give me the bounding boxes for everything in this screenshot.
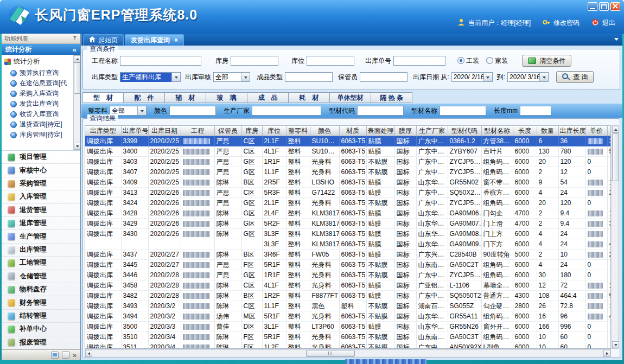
panel-icon[interactable] — [62, 352, 69, 359]
table-row[interactable]: 调拨出库34092020/2/25陈琳B区2R5F整料LI35HO6063-T5… — [85, 177, 611, 188]
table-row[interactable]: 调拨出库34822020/2/28陈琳B区1R2F整料F8877FT6063-T… — [85, 291, 611, 301]
column-header[interactable]: 出库类型 — [85, 126, 121, 136]
material-tab[interactable]: 型 材 — [82, 92, 124, 103]
column-header[interactable]: 工程 — [181, 126, 214, 136]
table-row[interactable]: 调拨出库34032020/2/25严思G区1R1F整料光身料6063-T5不贴膜… — [85, 157, 611, 167]
color-input[interactable] — [169, 106, 216, 116]
sidebar-menu-item[interactable]: 报废管理 — [2, 336, 80, 349]
vertical-scrollbar[interactable] — [612, 125, 619, 349]
sidebar-menu-item[interactable]: 项目管理 — [2, 151, 80, 164]
profile-code-input[interactable] — [357, 106, 404, 116]
table-row[interactable]: 调拨出库34582020/2/28陈琳C区4L1F整料光身料6063-T5贴膜国… — [85, 280, 611, 291]
tree-item[interactable]: 采购入库查询 — [10, 88, 80, 99]
material-tab[interactable]: 成 品 — [247, 92, 289, 103]
scroll-left-icon[interactable] — [85, 350, 92, 357]
column-header[interactable]: 金 — [607, 126, 611, 136]
table-row[interactable]: 调拨出库34292020/2/26陈琳G区5R2F整料KLM38176063-T… — [85, 219, 611, 229]
horizontal-scrollbar[interactable] — [85, 349, 611, 356]
material-tab[interactable]: 玻 璃 — [206, 92, 247, 103]
table-row[interactable]: 调拨出库35112020/3/4陈琳F区1L2F整料光身料6063-T5不贴膜国… — [85, 342, 611, 349]
manufacturer-input[interactable] — [252, 106, 321, 116]
table-row[interactable]: 调拨出库34132020/2/26严思C区5R3F整料G714226063-T5… — [85, 188, 611, 198]
sidebar-menu-item[interactable]: 生产管理 — [2, 230, 80, 243]
sidebar-menu-item[interactable]: 入库管理 — [2, 190, 80, 203]
tab-list-dropdown-icon[interactable] — [614, 38, 619, 43]
column-header[interactable]: 出库日期 — [148, 126, 181, 136]
date-from-picker[interactable]: 2020/ 2/16 — [451, 72, 493, 82]
table-row[interactable]: 调拨出库33992020/2/25严思C区2L1F整料SU10…6063-T5贴… — [85, 136, 611, 146]
table-row[interactable]: 调拨出库34372020/2/27陈琳B区3R6F整料FW056063-T5贴膜… — [85, 250, 611, 260]
table-row[interactable]: 调拨出库34462020/2/28严思G区1R1F整料光身料6063-T5不贴膜… — [85, 270, 611, 280]
sidebar-menu-item[interactable]: 工地管理 — [2, 257, 80, 270]
dropdown-arrow-icon[interactable] — [483, 73, 492, 81]
table-row[interactable]: 调拨出库34302020/2/26陈琳G区3L3F整料KLM38176063-T… — [85, 229, 611, 239]
scroll-right-icon[interactable] — [603, 350, 610, 357]
sidebar-menu-item[interactable]: 仓储管理 — [2, 270, 80, 283]
tree-item[interactable]: 退货查询[待定] — [10, 119, 80, 130]
length-input[interactable] — [520, 106, 551, 116]
scroll-down-icon[interactable] — [74, 143, 80, 150]
material-tab[interactable]: 耗 材 — [289, 92, 330, 103]
close-button[interactable] — [610, 2, 620, 11]
tree-item[interactable]: 预算执行查询 — [10, 68, 80, 78]
warehouse-input[interactable] — [231, 56, 278, 66]
scroll-up-icon[interactable] — [612, 126, 619, 133]
column-header[interactable]: 整零料 — [286, 126, 310, 136]
dropdown-arrow-icon[interactable] — [241, 73, 250, 81]
dropdown-arrow-icon[interactable] — [137, 106, 146, 115]
change-password-link[interactable]: 修改密码 — [553, 18, 580, 28]
tab-close-icon[interactable]: × — [174, 36, 178, 44]
logout-link[interactable]: 退出 — [602, 18, 615, 28]
sidebar-menu-item[interactable]: 财务管理 — [2, 296, 80, 309]
project-name-input[interactable] — [120, 56, 201, 66]
column-header[interactable]: 生产厂家 — [416, 126, 448, 136]
tree-item[interactable]: 收货入库查询 — [10, 109, 80, 119]
table-row[interactable]: 调拨出库34942020/3/2汤伟M区5R1F整料光身料6063-T5不贴膜国… — [85, 311, 611, 322]
sidebar-menu-item[interactable]: 出库管理 — [2, 244, 80, 257]
column-header[interactable]: 库位 — [262, 126, 286, 136]
sidebar-menu-item[interactable]: 物料盘存 — [2, 283, 80, 296]
column-header[interactable]: 材质 — [339, 126, 366, 136]
material-tab[interactable]: 辅 材 — [165, 92, 206, 103]
order-no-input[interactable] — [393, 56, 445, 66]
tree-root-item[interactable]: 统计分析 — [2, 55, 80, 67]
tree-item[interactable]: 在途信息查询[代 — [10, 78, 80, 88]
sidebar-menu-item[interactable]: 退货管理 — [2, 204, 80, 217]
sidebar-menu-item[interactable]: 审核中心 — [2, 164, 80, 177]
tab-start-page[interactable]: 起始页 — [83, 34, 124, 46]
column-header[interactable]: 单价 — [585, 126, 607, 136]
tree-item[interactable]: 库房管理[待定] — [10, 130, 80, 140]
outbound-type-select[interactable]: 生产领料出库 — [120, 72, 181, 82]
sidebar-group-header[interactable]: 统计分析 « — [2, 44, 80, 55]
column-header[interactable]: 颜色 — [310, 126, 339, 136]
more-icon[interactable]: » — [73, 352, 77, 359]
pin-icon[interactable] — [72, 35, 78, 42]
table-row[interactable]: 调拨出库34452020/2/27严思F区5R1F整料光身料6063-T5不贴膜… — [85, 260, 611, 270]
column-header[interactable]: 膜厚 — [394, 126, 416, 136]
column-header[interactable]: 长度 — [513, 126, 537, 136]
sidebar-menu-item[interactable]: 结转管理 — [2, 310, 80, 323]
material-tab[interactable]: 隔 热 条 — [371, 92, 412, 103]
collapse-icon[interactable]: « — [73, 46, 77, 54]
column-header[interactable]: 数量 — [537, 126, 558, 136]
column-header[interactable]: 出库单号 — [121, 126, 148, 136]
material-tab[interactable]: 单体型材 — [330, 92, 371, 103]
scroll-down-icon[interactable] — [612, 341, 619, 348]
table-row[interactable]: 调拨出库34282020/2/26陈琳G区2L4F整料KLM38176063-T… — [85, 208, 611, 219]
date-to-picker[interactable]: 2020/ 3/16 — [507, 72, 549, 82]
tree-scrollbar[interactable] — [73, 55, 80, 150]
table-row[interactable]: 调拨出库34242020/2/26严思G区2L1F整料光身料6063-T5不贴膜… — [85, 198, 611, 208]
column-header[interactable]: 表面处理 — [366, 126, 394, 136]
sidebar-menu-item[interactable]: 退库管理 — [2, 217, 80, 230]
table-row[interactable]: 调拨出库34072020/2/25严思G区1L1F整料光身料6063-T5不贴膜… — [85, 167, 611, 177]
scrollbar-thumb[interactable] — [306, 350, 355, 357]
minimize-button[interactable] — [588, 2, 597, 11]
clear-conditions-button[interactable]: 清空条件 — [522, 55, 571, 67]
maximize-button[interactable] — [599, 2, 609, 11]
tab-outbound-query[interactable]: 发货出库查询 × — [125, 34, 184, 46]
scrollbar-thumb[interactable] — [74, 62, 80, 94]
location-input[interactable] — [307, 56, 354, 66]
scrollbar-thumb[interactable] — [612, 133, 619, 181]
column-header[interactable]: 型材代码 — [448, 126, 481, 136]
column-header[interactable]: 出库长度 — [558, 126, 585, 136]
